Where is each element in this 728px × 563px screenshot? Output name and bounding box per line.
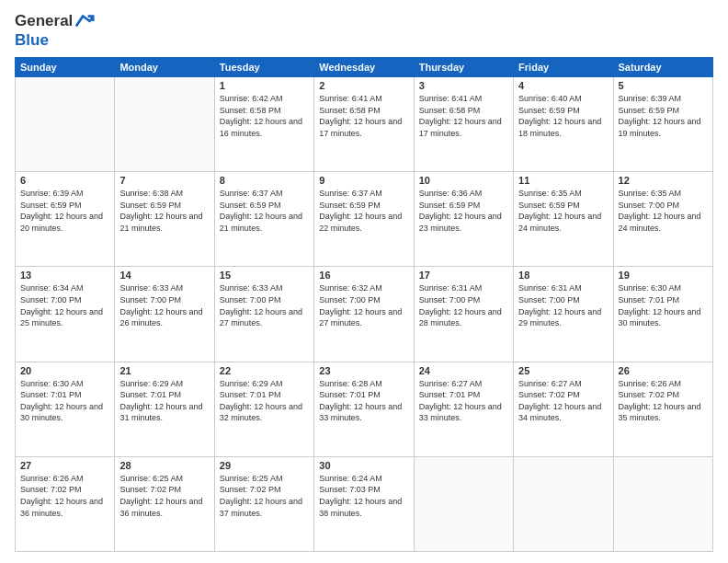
header-row: Sunday Monday Tuesday Wednesday Thursday… [16,58,713,77]
calendar-cell: 26Sunrise: 6:26 AM Sunset: 7:02 PM Dayli… [613,362,712,456]
calendar-cell: 8Sunrise: 6:37 AM Sunset: 6:59 PM Daylig… [214,172,313,267]
calendar-cell: 7Sunrise: 6:38 AM Sunset: 6:59 PM Daylig… [115,172,214,267]
logo-icon [74,11,95,31]
day-number: 13 [20,270,109,281]
day-number: 19 [619,270,708,281]
day-number: 24 [419,365,508,376]
calendar-cell [613,456,712,551]
calendar-cell: 12Sunrise: 6:35 AM Sunset: 7:00 PM Dayli… [613,172,712,267]
day-info: Sunrise: 6:38 AM Sunset: 6:59 PM Dayligh… [119,188,209,234]
day-number: 6 [20,175,109,186]
day-info: Sunrise: 6:33 AM Sunset: 7:00 PM Dayligh… [119,282,209,328]
day-number: 22 [220,365,309,376]
day-number: 30 [319,460,408,471]
calendar-cell: 4Sunrise: 6:40 AM Sunset: 6:59 PM Daylig… [514,77,613,172]
day-number: 23 [319,365,408,376]
day-number: 16 [319,270,408,281]
day-number: 14 [119,270,209,281]
calendar-cell: 17Sunrise: 6:31 AM Sunset: 7:00 PM Dayli… [414,267,513,362]
week-row-3: 13Sunrise: 6:34 AM Sunset: 7:00 PM Dayli… [16,267,713,362]
col-wednesday: Wednesday [314,58,414,77]
week-row-1: 1Sunrise: 6:42 AM Sunset: 6:58 PM Daylig… [16,77,713,172]
calendar-cell: 6Sunrise: 6:39 AM Sunset: 6:59 PM Daylig… [16,172,115,267]
day-number: 5 [619,80,708,91]
day-number: 7 [119,175,209,186]
day-number: 28 [119,460,209,471]
day-number: 17 [419,270,508,281]
day-info: Sunrise: 6:31 AM Sunset: 7:00 PM Dayligh… [518,282,608,328]
day-info: Sunrise: 6:27 AM Sunset: 7:02 PM Dayligh… [518,378,608,424]
day-info: Sunrise: 6:26 AM Sunset: 7:02 PM Dayligh… [20,473,109,519]
header: General Blue [15,11,713,50]
day-info: Sunrise: 6:32 AM Sunset: 7:00 PM Dayligh… [319,282,408,328]
day-number: 11 [518,175,608,186]
day-info: Sunrise: 6:41 AM Sunset: 6:58 PM Dayligh… [319,93,408,139]
day-info: Sunrise: 6:25 AM Sunset: 7:02 PM Dayligh… [119,473,209,519]
col-saturday: Saturday [613,58,712,77]
day-info: Sunrise: 6:39 AM Sunset: 6:59 PM Dayligh… [20,188,109,234]
day-info: Sunrise: 6:42 AM Sunset: 6:58 PM Dayligh… [220,93,309,139]
day-number: 8 [220,175,309,186]
calendar-cell: 21Sunrise: 6:29 AM Sunset: 7:01 PM Dayli… [115,362,214,456]
col-tuesday: Tuesday [214,58,313,77]
day-number: 18 [518,270,608,281]
day-info: Sunrise: 6:37 AM Sunset: 6:59 PM Dayligh… [319,188,408,234]
day-info: Sunrise: 6:24 AM Sunset: 7:03 PM Dayligh… [319,473,408,519]
day-number: 25 [518,365,608,376]
calendar-cell: 3Sunrise: 6:41 AM Sunset: 6:58 PM Daylig… [414,77,513,172]
day-info: Sunrise: 6:35 AM Sunset: 6:59 PM Dayligh… [518,188,608,234]
week-row-4: 20Sunrise: 6:30 AM Sunset: 7:01 PM Dayli… [16,362,713,456]
day-number: 21 [119,365,209,376]
calendar-cell: 10Sunrise: 6:36 AM Sunset: 6:59 PM Dayli… [414,172,513,267]
logo: General Blue [15,11,95,50]
day-number: 27 [20,460,109,471]
calendar-cell [514,456,613,551]
day-info: Sunrise: 6:41 AM Sunset: 6:58 PM Dayligh… [419,93,508,139]
day-info: Sunrise: 6:31 AM Sunset: 7:00 PM Dayligh… [419,282,508,328]
day-info: Sunrise: 6:34 AM Sunset: 7:00 PM Dayligh… [20,282,109,328]
calendar-cell: 15Sunrise: 6:33 AM Sunset: 7:00 PM Dayli… [214,267,313,362]
calendar-cell: 19Sunrise: 6:30 AM Sunset: 7:01 PM Dayli… [613,267,712,362]
calendar-cell: 27Sunrise: 6:26 AM Sunset: 7:02 PM Dayli… [16,456,115,551]
day-info: Sunrise: 6:30 AM Sunset: 7:01 PM Dayligh… [619,282,708,328]
day-info: Sunrise: 6:30 AM Sunset: 7:01 PM Dayligh… [20,378,109,424]
day-number: 9 [319,175,408,186]
col-sunday: Sunday [16,58,115,77]
calendar-cell: 18Sunrise: 6:31 AM Sunset: 7:00 PM Dayli… [514,267,613,362]
week-row-2: 6Sunrise: 6:39 AM Sunset: 6:59 PM Daylig… [16,172,713,267]
day-number: 20 [20,365,109,376]
col-monday: Monday [115,58,214,77]
calendar-cell: 2Sunrise: 6:41 AM Sunset: 6:58 PM Daylig… [314,77,414,172]
day-info: Sunrise: 6:37 AM Sunset: 6:59 PM Dayligh… [220,188,309,234]
day-number: 4 [518,80,608,91]
day-number: 3 [419,80,508,91]
calendar-cell [115,77,214,172]
calendar-cell: 13Sunrise: 6:34 AM Sunset: 7:00 PM Dayli… [16,267,115,362]
calendar-cell: 25Sunrise: 6:27 AM Sunset: 7:02 PM Dayli… [514,362,613,456]
calendar-cell [414,456,513,551]
day-info: Sunrise: 6:33 AM Sunset: 7:00 PM Dayligh… [220,282,309,328]
day-number: 29 [220,460,309,471]
calendar-cell: 14Sunrise: 6:33 AM Sunset: 7:00 PM Dayli… [115,267,214,362]
calendar-cell: 28Sunrise: 6:25 AM Sunset: 7:02 PM Dayli… [115,456,214,551]
day-info: Sunrise: 6:39 AM Sunset: 6:59 PM Dayligh… [619,93,708,139]
week-row-5: 27Sunrise: 6:26 AM Sunset: 7:02 PM Dayli… [16,456,713,551]
day-number: 15 [220,270,309,281]
logo-blue-text: Blue [15,31,95,50]
calendar-table: Sunday Monday Tuesday Wednesday Thursday… [15,57,713,552]
day-info: Sunrise: 6:29 AM Sunset: 7:01 PM Dayligh… [220,378,309,424]
logo-general-text: General [15,12,73,30]
day-info: Sunrise: 6:26 AM Sunset: 7:02 PM Dayligh… [619,378,708,424]
calendar-cell: 9Sunrise: 6:37 AM Sunset: 6:59 PM Daylig… [314,172,414,267]
day-number: 10 [419,175,508,186]
day-number: 12 [619,175,708,186]
calendar-cell: 20Sunrise: 6:30 AM Sunset: 7:01 PM Dayli… [16,362,115,456]
day-number: 1 [220,80,309,91]
calendar-cell: 24Sunrise: 6:27 AM Sunset: 7:01 PM Dayli… [414,362,513,456]
calendar-cell: 30Sunrise: 6:24 AM Sunset: 7:03 PM Dayli… [314,456,414,551]
calendar-cell: 1Sunrise: 6:42 AM Sunset: 6:58 PM Daylig… [214,77,313,172]
calendar-cell: 29Sunrise: 6:25 AM Sunset: 7:02 PM Dayli… [214,456,313,551]
col-thursday: Thursday [414,58,513,77]
calendar-cell: 16Sunrise: 6:32 AM Sunset: 7:00 PM Dayli… [314,267,414,362]
day-info: Sunrise: 6:25 AM Sunset: 7:02 PM Dayligh… [220,473,309,519]
